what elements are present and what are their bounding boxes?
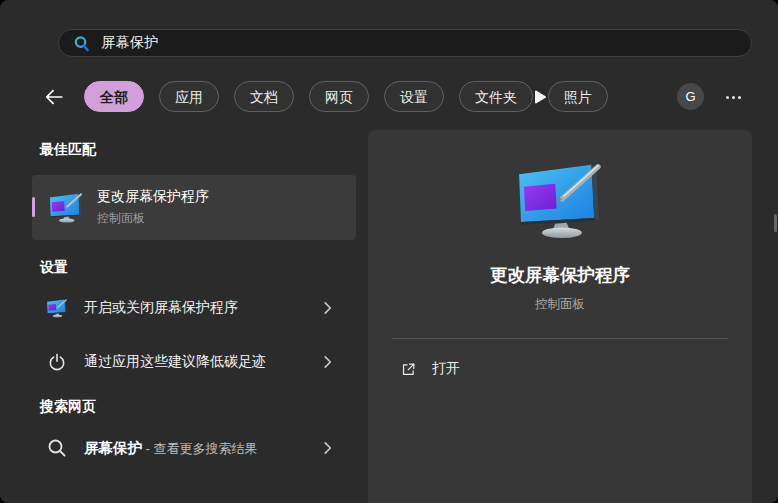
selection-indicator	[32, 197, 35, 217]
result-subtitle: 控制面板	[97, 210, 209, 227]
result-title: 更改屏幕保护程序	[97, 188, 209, 206]
more-options-button[interactable]	[719, 87, 747, 107]
arrow-left-icon	[43, 86, 65, 108]
tab-settings[interactable]: 设置	[384, 81, 444, 112]
open-action[interactable]: 打开	[400, 360, 460, 378]
back-button[interactable]	[42, 85, 66, 109]
open-external-icon	[400, 361, 417, 378]
tab-folders[interactable]: 文件夹	[459, 81, 533, 112]
tabs-scroll-right-button[interactable]	[531, 88, 549, 106]
chevron-right-icon	[324, 356, 332, 368]
ellipsis-icon	[726, 96, 729, 99]
tab-apps[interactable]: 应用	[159, 81, 219, 112]
power-icon	[46, 352, 68, 372]
open-label: 打开	[432, 360, 460, 378]
triangle-right-icon	[531, 88, 549, 106]
screensaver-icon	[48, 192, 84, 223]
search-query-text: 屏幕保护	[101, 34, 159, 52]
chevron-right-icon	[324, 442, 332, 454]
web-query-text: 屏幕保护	[84, 440, 142, 456]
best-match-header: 最佳匹配	[40, 141, 96, 159]
tab-documents[interactable]: 文档	[234, 81, 294, 112]
web-search-header: 搜索网页	[40, 398, 96, 416]
preview-title: 更改屏幕保护程序	[490, 263, 630, 287]
preview-subtitle: 控制面板	[535, 296, 585, 313]
tab-all[interactable]: 全部	[84, 81, 144, 112]
setting-row-screensaver-toggle[interactable]: 开启或关闭屏幕保护程序	[32, 290, 356, 326]
chevron-right-icon	[324, 302, 332, 314]
filter-tabs: 全部 应用 文档 网页 设置 文件夹 照片	[84, 81, 608, 112]
setting-row-carbon-footprint[interactable]: 通过应用这些建议降低碳足迹	[32, 344, 356, 380]
preview-panel: 更改屏幕保护程序 控制面板 打开	[368, 130, 752, 503]
search-input[interactable]: 屏幕保护	[58, 29, 752, 57]
account-avatar[interactable]: G	[677, 83, 704, 110]
tab-web[interactable]: 网页	[309, 81, 369, 112]
best-match-result[interactable]: 更改屏幕保护程序 控制面板	[32, 175, 356, 240]
search-icon	[46, 438, 68, 458]
search-flyout-window: 屏幕保护 全部 应用 文档 网页 设置 文件夹 照片 G 最佳匹配 更改屏幕保护…	[0, 0, 778, 503]
screensaver-icon	[46, 298, 68, 318]
search-icon	[73, 35, 90, 52]
tab-photos[interactable]: 照片	[548, 81, 608, 112]
web-suffix-text: - 查看更多搜索结果	[142, 441, 258, 456]
divider	[392, 338, 728, 339]
web-search-row[interactable]: 屏幕保护 - 查看更多搜索结果	[32, 430, 356, 466]
screensaver-icon-large	[514, 161, 606, 239]
setting-row-label: 通过应用这些建议降低碳足迹	[84, 353, 266, 371]
scrollbar-thumb[interactable]	[774, 214, 777, 232]
setting-row-label: 开启或关闭屏幕保护程序	[84, 299, 238, 317]
settings-header: 设置	[40, 259, 68, 277]
